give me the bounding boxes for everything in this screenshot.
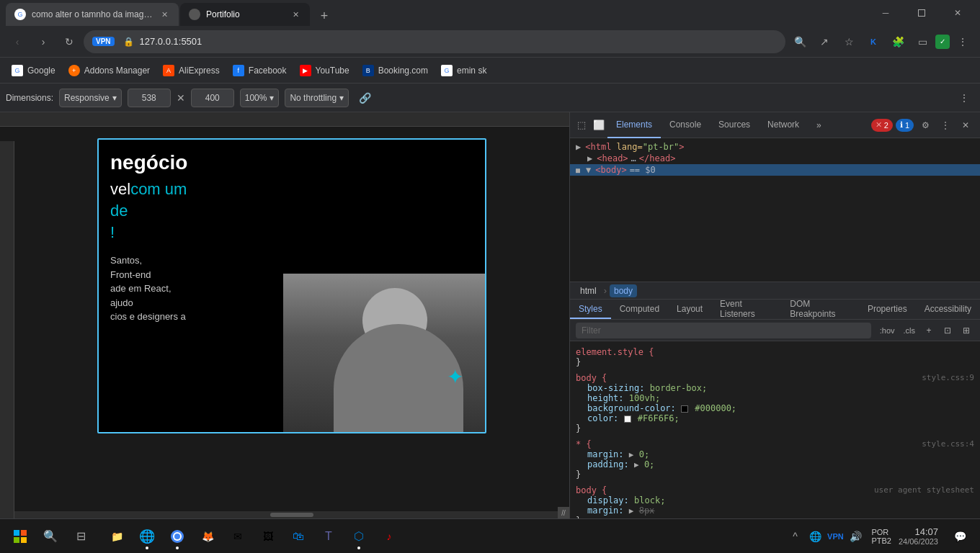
puzzle-icon[interactable]: 🧩	[886, 30, 909, 53]
cls-button[interactable]: .cls	[901, 325, 919, 336]
throttle-select[interactable]: No throttling ▾	[285, 89, 349, 107]
taskbar-clock[interactable]: 14:07 24/06/2023	[893, 526, 944, 546]
styles-tab-event-listeners[interactable]: Event Listeners	[711, 300, 781, 319]
margin-arrow[interactable]: ▶	[629, 450, 634, 459]
taskbar-app-vscode[interactable]: ⬡	[344, 522, 373, 551]
start-button[interactable]	[6, 522, 35, 551]
share-icon-btn[interactable]: ↗	[813, 30, 836, 53]
breadcrumb-body[interactable]: body	[610, 284, 637, 297]
styles-tab-computed[interactable]: Computed	[611, 300, 668, 319]
kaspersky-icon[interactable]: K	[862, 30, 885, 53]
zoom-select[interactable]: 100% ▾	[240, 89, 280, 107]
css-selector-body-ua[interactable]: body {	[576, 485, 607, 495]
reload-button[interactable]: ↻	[58, 30, 81, 53]
bookmark-addons[interactable]: + Addons Manager	[63, 60, 156, 81]
sound-tray-icon[interactable]: 🔊	[847, 528, 864, 545]
styles-tab-accessibility[interactable]: Accessibility	[916, 300, 980, 319]
width-input[interactable]	[128, 89, 171, 107]
bookmark-facebook[interactable]: f Facebook	[227, 60, 293, 81]
styles-tab-properties[interactable]: Properties	[859, 300, 916, 319]
bookmark-booking[interactable]: B Booking.com	[357, 60, 434, 81]
dom-arrow-1[interactable]: ▶	[576, 142, 581, 152]
back-button[interactable]: ‹	[6, 30, 29, 53]
color-swatch-bg[interactable]	[681, 405, 688, 413]
padding-arrow[interactable]: ▶	[634, 460, 639, 469]
hov-button[interactable]: :hov	[877, 325, 898, 336]
notification-button[interactable]: 💬	[945, 522, 974, 551]
tab-elements[interactable]: Elements	[607, 112, 661, 138]
taskbar-app-photos[interactable]: 🖼	[254, 522, 282, 551]
css-selector-element[interactable]: element.style {	[576, 347, 654, 357]
language-section[interactable]: PORPTB2	[871, 528, 891, 545]
forward-button[interactable]: ›	[32, 30, 55, 53]
address-bar[interactable]: VPN 🔒 127.0.0.1:5501	[84, 30, 785, 53]
tab-sources[interactable]: Sources	[710, 112, 759, 138]
breadcrumb-html[interactable]: html	[576, 284, 601, 297]
network-tray-icon[interactable]: 🌐	[806, 528, 824, 545]
css-source-body-1[interactable]: style.css:9	[922, 373, 974, 382]
settings-icon[interactable]: ⚙	[917, 117, 934, 134]
taskbar-app-firefox[interactable]: 🦊	[193, 522, 222, 551]
close-button[interactable]: ✕	[941, 0, 974, 26]
bookmark-eminsk[interactable]: G emin sk	[435, 60, 492, 81]
bookmark-aliexpress[interactable]: A AliExpress	[157, 60, 226, 81]
resize-handle[interactable]: //	[558, 507, 569, 518]
taskbar-app-mail[interactable]: ✉	[223, 522, 252, 551]
scrollbar-horizontal[interactable]	[14, 511, 569, 518]
css-source-star[interactable]: style.css:4	[922, 439, 974, 449]
taskbar-app-teams[interactable]: T	[314, 522, 343, 551]
styles-filter-input[interactable]	[576, 323, 871, 338]
tab-console[interactable]: Console	[661, 112, 710, 138]
taskbar-app-chrome[interactable]	[163, 522, 192, 551]
more-tabs-button[interactable]: »	[811, 120, 827, 130]
bookmark-icon-btn[interactable]: ☆	[837, 30, 860, 53]
height-input[interactable]	[191, 89, 234, 107]
error-badge[interactable]: ✕ 2	[871, 119, 893, 132]
menu-icon[interactable]: ⋮	[951, 30, 974, 53]
bookmark-google[interactable]: G Google	[6, 60, 61, 81]
copy-icon[interactable]: ⊡	[940, 323, 956, 338]
color-swatch-color[interactable]	[624, 415, 631, 423]
search-button[interactable]: 🔍	[36, 522, 65, 551]
minimize-button[interactable]: ─	[869, 0, 902, 26]
taskbar-app-store[interactable]: 🛍	[284, 522, 313, 551]
devtools-elements-icon[interactable]: ⬜	[590, 117, 607, 134]
styles-tab-dom-breakpoints[interactable]: DOM Breakpoints	[781, 300, 859, 319]
add-rule-icon[interactable]: +	[921, 323, 937, 338]
more-options-devtools-icon[interactable]: ⋮	[937, 117, 954, 134]
devtools-dock-icon[interactable]: ⬚	[573, 117, 590, 134]
margin-ua-arrow[interactable]: ▶	[629, 506, 634, 516]
dom-panel[interactable]: ▶ <html lang="pt-br"> ▶ <head> … </head>…	[570, 138, 980, 282]
styles-tab-layout[interactable]: Layout	[668, 300, 711, 319]
css-selector-star[interactable]: * {	[576, 439, 592, 449]
task-view-button[interactable]: ⊟	[66, 522, 95, 551]
responsive-select[interactable]: Responsive ▾	[59, 89, 122, 107]
bookmark-youtube[interactable]: ▶ YouTube	[294, 60, 355, 81]
new-tab-button[interactable]: +	[314, 6, 334, 26]
shield-icon[interactable]: ✓	[935, 35, 950, 49]
tray-icon-1[interactable]: ^	[786, 528, 803, 545]
dom-html-line[interactable]: ▶ <html lang="pt-br">	[570, 141, 980, 153]
dom-arrow-3[interactable]: ▼	[586, 165, 591, 175]
dom-head-line[interactable]: ▶ <head> … </head>	[570, 153, 980, 164]
info-badge[interactable]: ℹ 1	[896, 119, 914, 132]
taskbar-app-edge[interactable]: 🌐	[133, 522, 161, 551]
scrollbar-thumb-horizontal[interactable]	[270, 513, 313, 517]
taskbar-app-ytmusic[interactable]: ♪	[375, 522, 404, 551]
css-selector-body-1[interactable]: body {	[576, 373, 607, 383]
tab-como-alter[interactable]: G como alter o tamnho da imagem ✕	[6, 3, 179, 26]
tab-network[interactable]: Network	[759, 112, 808, 138]
dom-body-line[interactable]: ■ ▼ <body> == $0	[570, 164, 980, 176]
more-options-icon[interactable]: ⋮	[954, 88, 974, 108]
devtools-close-icon[interactable]: ✕	[957, 117, 974, 134]
tab-portifolio[interactable]: Portifolio ✕	[180, 3, 310, 26]
sidebar-icon[interactable]: ▭	[911, 30, 934, 53]
styles-tab-styles[interactable]: Styles	[570, 300, 611, 319]
restore-button[interactable]	[905, 0, 938, 26]
vpn-tray-icon[interactable]: VPN	[827, 528, 844, 545]
link-icon-btn[interactable]: 🔗	[355, 88, 375, 108]
search-icon-btn[interactable]: 🔍	[788, 30, 811, 53]
tab-close-2[interactable]: ✕	[290, 9, 301, 20]
layout-icon[interactable]: ⊞	[958, 323, 974, 338]
dom-arrow-2[interactable]: ▶	[587, 153, 592, 163]
